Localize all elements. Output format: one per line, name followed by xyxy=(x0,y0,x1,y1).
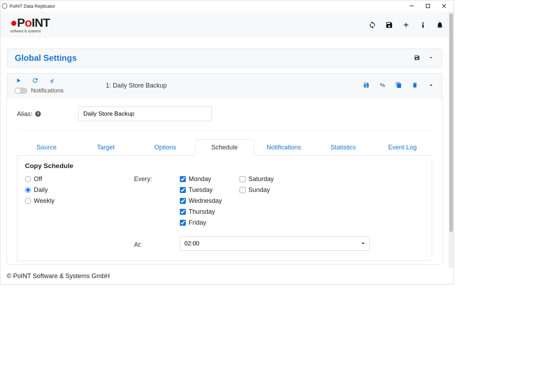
save-icon[interactable] xyxy=(385,21,393,29)
notifications-label: Notifications xyxy=(31,87,64,94)
tab-statistics[interactable]: Statistics xyxy=(314,139,373,155)
global-save-icon[interactable] xyxy=(414,54,420,62)
job-header: Notifications 1: Daily Store Backup xyxy=(7,73,442,98)
day-saturday[interactable]: Saturday xyxy=(240,175,299,183)
day-monday[interactable]: Monday xyxy=(180,175,240,183)
svg-point-2 xyxy=(422,22,424,24)
mode-weekly[interactable]: Weekly xyxy=(25,197,134,205)
divider xyxy=(17,130,432,131)
window-title: PoINT Data Replicator xyxy=(10,4,404,9)
global-settings-header[interactable]: Global Settings xyxy=(7,49,442,67)
scroll-thumb[interactable] xyxy=(449,14,453,232)
help-icon[interactable]: ? xyxy=(35,111,41,117)
maximize-button[interactable] xyxy=(420,0,436,12)
logo-subtitle: software & systems xyxy=(10,29,50,33)
minimize-button[interactable] xyxy=(404,0,420,12)
app-icon xyxy=(2,3,7,9)
logo-text: ●PoINT xyxy=(10,17,50,28)
alias-label: Alias: ? xyxy=(17,110,73,118)
window-controls xyxy=(404,0,452,12)
app-window: PoINT Data Replicator ●PoINT software & … xyxy=(0,0,454,284)
day-tuesday[interactable]: Tuesday xyxy=(180,186,240,194)
tab-source[interactable]: Source xyxy=(17,139,76,155)
global-expand-icon[interactable] xyxy=(428,54,434,62)
day-thursday[interactable]: Thursday xyxy=(180,208,240,216)
job-panel: Notifications 1: Daily Store Backup xyxy=(7,73,442,265)
day-wednesday[interactable]: Wednesday xyxy=(180,197,240,205)
notifications-toggle[interactable] xyxy=(15,88,27,94)
play-icon[interactable] xyxy=(15,77,22,85)
alias-input[interactable] xyxy=(78,107,212,121)
global-settings-panel: Global Settings xyxy=(7,49,442,68)
job-swap-icon[interactable] xyxy=(379,82,386,89)
main-area: Global Settings xyxy=(0,38,449,268)
header-toolbar xyxy=(368,21,444,29)
titlebar: PoINT Data Replicator xyxy=(0,0,454,12)
at-label: At: xyxy=(134,238,180,249)
global-settings-title: Global Settings xyxy=(15,53,77,63)
job-copy-icon[interactable] xyxy=(396,82,402,89)
svg-rect-3 xyxy=(422,24,424,28)
day-friday[interactable]: Friday xyxy=(180,219,240,226)
bell-icon[interactable] xyxy=(436,21,444,29)
logo: ●PoINT software & systems xyxy=(10,17,50,33)
tab-schedule[interactable]: Schedule xyxy=(195,139,254,156)
job-save-icon[interactable] xyxy=(363,82,369,89)
svg-rect-1 xyxy=(426,4,430,8)
tab-notifications[interactable]: Notifications xyxy=(254,139,314,155)
add-icon[interactable] xyxy=(402,21,410,29)
svg-rect-0 xyxy=(410,6,414,6)
day-sunday[interactable]: Sunday xyxy=(240,186,299,194)
job-title: 1: Daily Store Backup xyxy=(64,82,363,89)
content: ●PoINT software & systems Global Setting… xyxy=(0,12,454,268)
check-all-icon[interactable] xyxy=(49,77,56,85)
job-delete-icon[interactable] xyxy=(412,82,418,89)
scrollbar[interactable] xyxy=(449,12,454,268)
every-label: Every: xyxy=(134,175,180,230)
schedule-tab-content: Copy Schedule Off Daily Weekly Every: Mo… xyxy=(17,156,432,261)
schedule-section-title: Copy Schedule xyxy=(25,162,424,170)
info-icon[interactable] xyxy=(419,21,427,29)
rerun-icon[interactable] xyxy=(32,77,39,85)
job-collapse-icon[interactable] xyxy=(428,82,434,89)
tab-options[interactable]: Options xyxy=(135,139,195,155)
time-select[interactable]: 02:00 xyxy=(180,236,370,251)
tab-target[interactable]: Target xyxy=(76,139,136,155)
footer: © PoINT Software & Systems GmbH xyxy=(0,268,454,284)
mode-off[interactable]: Off xyxy=(25,175,134,183)
mode-daily[interactable]: Daily xyxy=(25,186,134,194)
close-button[interactable] xyxy=(436,0,452,12)
job-body: Alias: ? Source Target Options Schedule … xyxy=(7,98,442,264)
tab-eventlog[interactable]: Event Log xyxy=(373,139,432,155)
tabs: Source Target Options Schedule Notificat… xyxy=(17,139,432,156)
app-header: ●PoINT software & systems xyxy=(0,12,454,38)
refresh-icon[interactable] xyxy=(368,21,376,29)
